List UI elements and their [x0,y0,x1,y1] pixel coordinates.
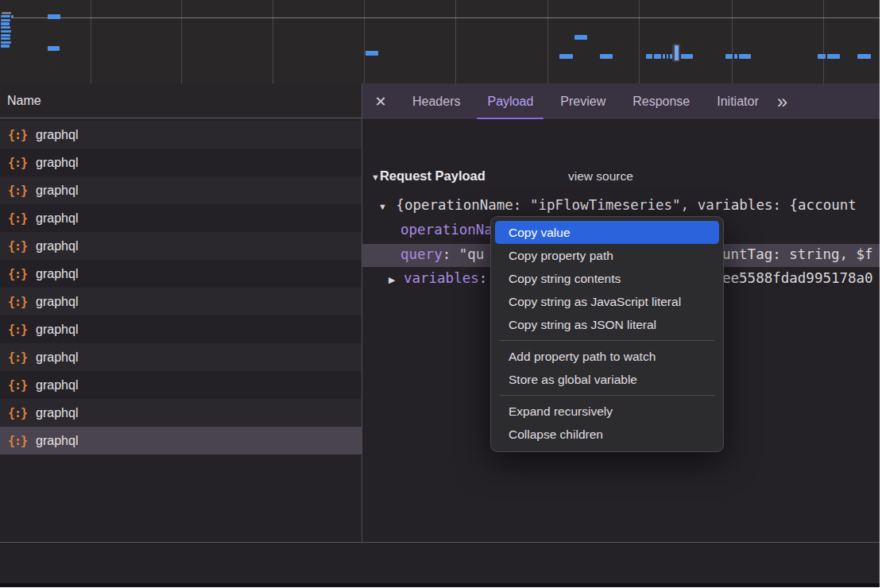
timeline-request-bar[interactable] [654,54,661,59]
request-row[interactable]: {:}graphql [0,232,362,260]
payload-root-row[interactable]: ▼ {operationName: "ipFlowTimeseries", va… [378,197,857,213]
timeline-request-bar[interactable] [1,19,10,21]
json-file-icon: {:} [8,406,27,420]
request-name: graphql [36,267,78,281]
json-file-icon: {:} [8,323,27,337]
json-file-icon: {:} [8,211,27,226]
section-title: Request Payload [380,168,485,183]
tab-payload[interactable]: Payload [474,83,547,119]
request-row[interactable]: {:}graphql [0,427,362,455]
request-row[interactable]: {:}graphql [0,288,362,315]
request-name: graphql [36,323,78,337]
menu-item-add-property-path-to-watch[interactable]: Add property path to watch [495,345,719,368]
menu-item-collapse-children[interactable]: Collapse children [495,423,719,446]
timeline-request-bar[interactable] [646,54,652,59]
request-row[interactable]: {:}graphql [0,149,362,176]
close-icon[interactable]: ✕ [362,83,399,119]
request-row[interactable]: {:}graphql [0,121,362,149]
network-overview-timeline[interactable] [0,0,880,83]
view-source-link[interactable]: view source [568,169,633,184]
window-bottom-edge [0,583,880,587]
timeline-request-bar[interactable] [1,22,10,25]
json-file-icon: {:} [8,184,27,198]
timeline-request-bar[interactable] [675,45,679,60]
overview-horizontal-gridline [11,17,880,18]
variables-row[interactable]: ▶ variables: [389,270,487,286]
request-row[interactable]: {:}graphql [0,204,362,232]
timeline-request-bar[interactable] [667,54,668,59]
timeline-request-bar[interactable] [48,14,60,19]
timeline-request-bar[interactable] [1,30,11,33]
variables-value-right: ee5588fdad995178a0 [722,270,873,286]
timeline-request-bar[interactable] [857,54,871,59]
timeline-request-bar[interactable] [663,54,665,59]
tab-initiator[interactable]: Initiator [703,83,772,119]
tab-preview[interactable]: Preview [547,83,619,119]
more-tabs-icon[interactable]: » [777,83,786,119]
request-name: graphql [36,406,78,420]
tab-strip: HeadersPayloadPreviewResponseInitiator [399,83,772,119]
timeline-request-bar[interactable] [725,54,733,59]
menu-item-copy-property-path[interactable]: Copy property path [495,244,719,267]
overview-gridline [181,0,182,83]
query-row[interactable]: query: "qu [400,246,484,262]
json-file-icon: {:} [8,239,27,253]
request-row[interactable]: {:}graphql [0,371,362,399]
timeline-request-bar[interactable] [1,41,11,44]
timeline-request-bar[interactable] [1,15,10,17]
timeline-request-bar[interactable] [1,37,10,40]
network-requests-pane: Name {:}graphql{:}graphql{:}graphql{:}gr… [0,83,362,542]
collapse-triangle-icon[interactable]: ▼ [371,172,380,182]
timeline-request-bar[interactable] [681,54,693,59]
timeline-request-bar[interactable] [559,54,573,59]
menu-separator [500,395,714,396]
menu-item-copy-string-as-javascript-literal[interactable]: Copy string as JavaScript literal [495,290,719,313]
details-tab-bar: ✕ HeadersPayloadPreviewResponseInitiator… [362,83,880,120]
timeline-request-bar[interactable] [574,35,587,40]
json-file-icon: {:} [8,434,27,448]
request-name: graphql [36,239,78,253]
menu-item-copy-string-as-json-literal[interactable]: Copy string as JSON literal [495,313,719,336]
request-row[interactable]: {:}graphql [0,399,362,427]
menu-item-copy-value[interactable]: Copy value [495,221,719,244]
timeline-request-bar[interactable] [818,54,826,59]
timeline-request-bar[interactable] [1,44,10,47]
requests-list: {:}graphql{:}graphql{:}graphql{:}graphql… [0,121,362,455]
timeline-request-bar[interactable] [11,15,14,17]
timeline-request-bar[interactable] [366,51,378,56]
timeline-request-bar[interactable] [1,26,10,29]
colon: : [443,246,459,262]
json-file-icon: {:} [8,295,27,309]
request-row[interactable]: {:}graphql [0,315,362,343]
property-key: variables [404,270,479,286]
overview-gridline [547,0,548,83]
json-file-icon: {:} [8,156,27,170]
timeline-request-bar[interactable] [827,54,840,59]
menu-item-copy-string-contents[interactable]: Copy string contents [495,267,719,290]
request-row[interactable]: {:}graphql [0,176,362,204]
request-row[interactable]: {:}graphql [0,343,362,371]
request-payload-section[interactable]: ▼Request Payload [371,168,485,184]
request-row[interactable]: {:}graphql [0,260,362,288]
tab-response[interactable]: Response [619,83,703,119]
property-key: query [400,246,443,262]
request-name: graphql [36,434,78,448]
request-name: graphql [36,378,78,393]
timeline-request-bar[interactable] [600,54,613,59]
request-name: graphql [36,295,78,309]
request-name: graphql [36,156,78,170]
timeline-request-bar[interactable] [734,54,737,59]
collapse-triangle-icon[interactable]: ▼ [378,202,387,211]
expand-triangle-icon[interactable]: ▶ [389,275,395,284]
timeline-request-bar[interactable] [739,54,751,59]
menu-item-expand-recursively[interactable]: Expand recursively [495,400,719,423]
menu-item-store-as-global-variable[interactable]: Store as global variable [495,368,719,391]
overview-gridline [639,0,640,83]
context-menu: Copy valueCopy property pathCopy string … [490,216,724,452]
tab-headers[interactable]: Headers [399,83,474,119]
name-column-header[interactable]: Name [0,83,362,118]
timeline-request-bar[interactable] [1,34,10,37]
timeline-request-bar[interactable] [48,46,60,51]
payload-preview-text: {operationName: "ipFlowTimeseries", vari… [396,197,856,213]
timeline-gray-bar[interactable] [2,12,11,14]
